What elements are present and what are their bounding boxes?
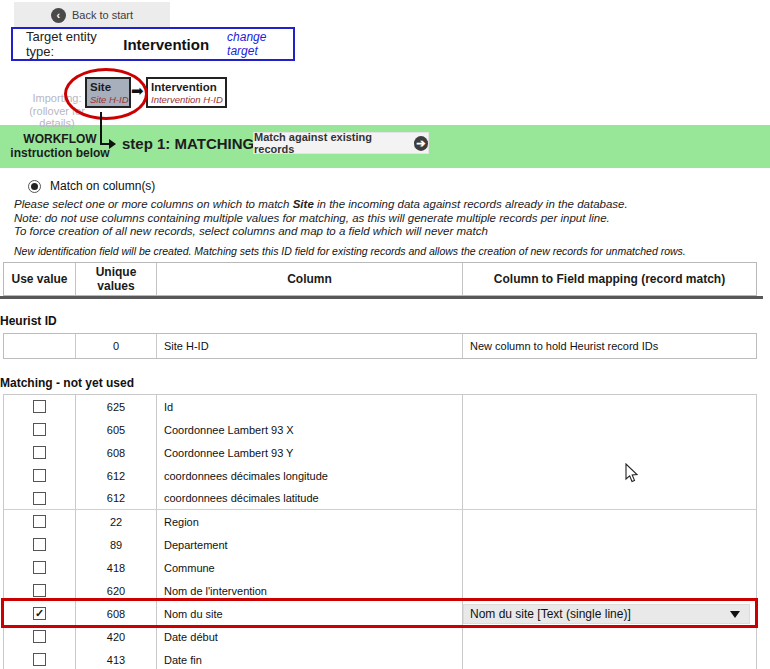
header-column: Column — [157, 263, 463, 295]
table-row: 620 Nom de l'intervention — [4, 579, 756, 602]
match-on-columns-option: Match on column(s) — [28, 179, 155, 193]
table-row: 413 Date fin — [4, 648, 756, 669]
header-divider — [0, 296, 763, 299]
change-target-link[interactable]: change target — [227, 30, 293, 58]
heurist-id-section-title: Heurist ID — [0, 314, 57, 328]
red-ellipse-annotation — [64, 68, 148, 120]
columns-header-row: Use value Unique values Column Column to… — [3, 262, 757, 296]
matching-columns-table: 625 Id 605 Coordonnee Lambert 93 X 608 C… — [3, 394, 757, 669]
use-value-checkbox[interactable] — [33, 423, 46, 436]
table-row: 625 Id — [4, 395, 756, 418]
table-row: 420 Date début — [4, 625, 756, 648]
header-field-mapping: Column to Field mapping (record match) — [463, 263, 756, 295]
matching-section-title: Matching - not yet used — [0, 376, 134, 390]
use-value-checkbox[interactable] — [33, 630, 46, 643]
use-value-checkbox[interactable] — [33, 469, 46, 482]
table-row: 22 Region — [4, 510, 756, 533]
table-row: 418 Commune — [4, 556, 756, 579]
use-value-checkbox[interactable] — [33, 653, 46, 666]
table-row: 608 Coordonnee Lambert 93 Y — [4, 441, 756, 464]
field-mapping-select[interactable]: Nom du site [Text (single line)] — [463, 604, 750, 624]
connector-line-vertical — [100, 112, 102, 145]
heurist-column-name: Site H-ID — [157, 334, 463, 358]
use-value-checkbox[interactable] — [33, 584, 46, 597]
heurist-id-row: 0 Site H-ID New column to hold Heurist r… — [3, 333, 757, 359]
target-entity-value: Intervention — [123, 36, 209, 53]
table-row: 605 Coordonnee Lambert 93 X — [4, 418, 756, 441]
match-on-columns-label: Match on column(s) — [50, 179, 155, 193]
back-arrow-icon: ‹ — [51, 8, 66, 23]
use-value-checkbox[interactable] — [33, 607, 46, 620]
match-against-existing-records-button[interactable]: Match against existing records ➔ — [253, 132, 429, 154]
intervention-hid-label: Intervention H-ID — [151, 94, 225, 105]
header-use-value: Use value — [4, 263, 76, 295]
dropdown-caret-icon — [730, 611, 740, 618]
use-value-checkbox[interactable] — [33, 561, 46, 574]
header-unique-values: Unique values — [76, 263, 157, 295]
match-on-columns-radio[interactable] — [28, 180, 41, 193]
back-to-start-label: Back to start — [72, 9, 133, 21]
intervention-entity-box[interactable]: Intervention Intervention H-ID — [146, 77, 227, 108]
target-entity-label: Target entity type: — [26, 29, 118, 59]
use-value-checkbox[interactable] — [33, 492, 46, 505]
back-to-start-button[interactable]: ‹ Back to start — [14, 2, 170, 28]
use-value-checkbox[interactable] — [33, 400, 46, 413]
import-matching-screen: ‹ Back to start Target entity type: Inte… — [0, 0, 770, 669]
table-row: 89 Departement — [4, 533, 756, 556]
target-entity-panel: Target entity type: Intervention change … — [11, 27, 295, 61]
workflow-banner-label: WORKFLOW instruction below — [0, 132, 120, 160]
heurist-mapping-text: New column to hold Heurist record IDs — [463, 334, 756, 358]
connector-arrowhead-icon — [109, 139, 116, 149]
matching-instructions: Please select one or more columns on whi… — [14, 198, 628, 239]
id-field-note: New identification field will be created… — [14, 245, 686, 257]
heurist-unique-count: 0 — [76, 334, 157, 358]
table-row-nom-du-site: 608 Nom du site Nom du site [Text (singl… — [4, 602, 756, 625]
use-value-checkbox[interactable] — [33, 446, 46, 459]
table-row: 612 coordonnees décimales latitude — [4, 487, 756, 510]
forward-arrow-icon: ➔ — [414, 136, 428, 151]
use-value-checkbox[interactable] — [33, 538, 46, 551]
table-row: 612 coordonnees décimales longitude — [4, 464, 756, 487]
use-value-checkbox[interactable] — [33, 515, 46, 528]
step1-matching-label: step 1: MATCHING — [122, 135, 254, 152]
